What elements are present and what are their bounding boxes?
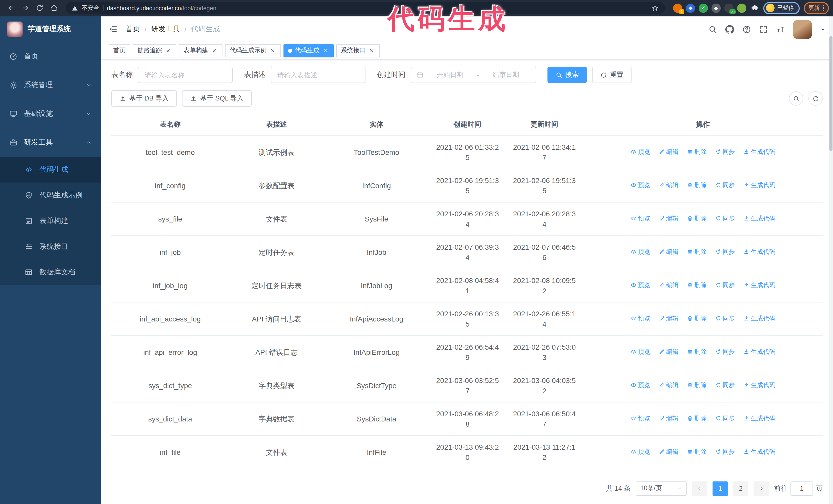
refresh-table-button[interactable] [808,91,823,105]
toggle-search-button[interactable] [789,91,803,105]
action-generate-code-link[interactable]: 生成代码 [743,180,775,190]
action-edit-link[interactable]: 编辑 [659,180,679,190]
action-edit-link[interactable]: 编辑 [659,247,679,257]
action-generate-code-link[interactable]: 生成代码 [743,380,775,390]
action-edit-link[interactable]: 编辑 [659,447,679,457]
reset-button[interactable]: 重置 [592,67,632,83]
action-sync-link[interactable]: 同步 [715,280,735,290]
table-desc-input[interactable] [271,67,365,83]
action-edit-link[interactable]: 编辑 [659,313,679,323]
close-icon[interactable] [165,47,172,54]
action-preview-link[interactable]: 预览 [630,380,650,390]
bookmark-star-icon[interactable] [651,4,659,11]
action-sync-link[interactable]: 同步 [715,447,735,457]
puzzle-icon[interactable] [750,3,759,13]
action-generate-code-link[interactable]: 生成代码 [743,147,775,157]
home-icon[interactable] [47,1,61,15]
breadcrumb-item[interactable]: 首页 [125,25,140,34]
user-avatar[interactable] [793,20,812,39]
extension-check-icon[interactable]: ✓ [699,3,708,13]
action-delete-link[interactable]: 删除 [687,380,707,390]
action-edit-link[interactable]: 编辑 [659,213,679,223]
action-preview-link[interactable]: 预览 [630,213,650,223]
tag-tab[interactable]: 代码生成示例 [225,44,281,57]
action-preview-link[interactable]: 预览 [630,280,650,290]
action-sync-link[interactable]: 同步 [715,247,735,257]
caret-down-icon[interactable] [820,26,826,32]
forward-icon[interactable] [19,1,32,15]
page-number-button[interactable]: 2 [733,481,748,496]
back-icon[interactable] [4,1,18,15]
import-db-button[interactable]: 基于 DB 导入 [111,90,177,106]
action-delete-link[interactable]: 删除 [687,346,707,357]
action-sync-link[interactable]: 同步 [715,213,735,223]
breadcrumb-item[interactable]: 研发工具 [151,25,180,34]
action-edit-link[interactable]: 编辑 [659,413,679,424]
goto-page-input[interactable] [790,481,813,496]
question-icon[interactable] [742,25,751,33]
action-delete-link[interactable]: 删除 [687,447,707,457]
action-preview-link[interactable]: 预览 [630,447,650,457]
browser-profile-chip[interactable]: 已暂停 [763,2,800,14]
tag-tab[interactable]: 链路追踪 [133,44,176,57]
action-edit-link[interactable]: 编辑 [659,147,679,157]
tag-tab[interactable]: 表单构建 [179,44,222,57]
sidebar-item-database-doc[interactable]: 数据库文档 [0,259,101,285]
action-generate-code-link[interactable]: 生成代码 [743,247,775,257]
action-sync-link[interactable]: 同步 [715,346,735,357]
action-sync-link[interactable]: 同步 [715,380,735,390]
prev-page-button[interactable] [692,481,708,496]
extension-gem-icon[interactable]: ◆ [686,3,695,13]
sidebar-item-system-management[interactable]: 系统管理 [0,71,101,99]
search-button[interactable]: 搜索 [547,67,587,83]
close-icon[interactable] [322,47,329,54]
action-sync-link[interactable]: 同步 [715,313,735,323]
sidebar-item-dev-tools[interactable]: 研发工具 [0,128,101,157]
action-sync-link[interactable]: 同步 [715,180,735,190]
action-delete-link[interactable]: 删除 [687,213,707,223]
action-generate-code-link[interactable]: 生成代码 [743,280,775,290]
page-number-button[interactable]: 1 [713,481,728,496]
search-icon[interactable] [709,25,717,33]
reload-icon[interactable] [33,1,46,15]
action-preview-link[interactable]: 预览 [630,247,650,257]
browser-update-button[interactable]: 更新 [804,2,829,14]
action-generate-code-link[interactable]: 生成代码 [743,313,775,323]
extension-orange-icon[interactable]: 1 [673,3,682,13]
close-icon[interactable] [368,47,375,54]
tag-tab[interactable]: 代码生成 [284,44,334,57]
action-sync-link[interactable]: 同步 [715,147,735,157]
action-generate-code-link[interactable]: 生成代码 [743,413,775,424]
action-sync-link[interactable]: 同步 [715,413,735,424]
sidebar-item-infrastructure[interactable]: 基础设施 [0,99,101,128]
github-icon[interactable] [725,25,734,33]
action-preview-link[interactable]: 预览 [630,346,650,357]
action-edit-link[interactable]: 编辑 [659,346,679,357]
sidebar-item-system-api[interactable]: 系统接口 [0,234,101,259]
hamburger-icon[interactable] [101,17,125,42]
action-delete-link[interactable]: 删除 [687,280,707,290]
close-icon[interactable] [211,47,218,54]
action-preview-link[interactable]: 预览 [630,147,650,157]
extension-grid-icon[interactable]: ◆ [712,3,721,13]
sidebar-item-home[interactable]: 首页 [0,42,101,71]
sidebar-item-form-builder[interactable]: 表单构建 [0,208,101,234]
page-scrollbar[interactable] [829,17,833,504]
page-size-select[interactable]: 10条/页 [636,481,687,496]
action-delete-link[interactable]: 删除 [687,413,707,424]
action-generate-code-link[interactable]: 生成代码 [743,447,775,457]
action-preview-link[interactable]: 预览 [630,313,650,323]
extension-green-icon[interactable] [737,3,746,13]
tag-tab[interactable]: 首页 [109,44,130,57]
action-preview-link[interactable]: 预览 [630,180,650,190]
scrollbar-thumb[interactable] [829,36,832,151]
fullscreen-icon[interactable] [759,25,768,33]
extension-dark-icon[interactable]: on [724,3,734,13]
action-generate-code-link[interactable]: 生成代码 [743,213,775,223]
action-edit-link[interactable]: 编辑 [659,280,679,290]
action-delete-link[interactable]: 删除 [687,247,707,257]
tag-tab[interactable]: 系统接口 [336,44,380,57]
action-delete-link[interactable]: 删除 [687,313,707,323]
address-bar[interactable]: 不安全 dashboard.yudao.iocoder.cn/tool/code… [66,2,665,14]
table-name-input[interactable] [138,67,233,83]
